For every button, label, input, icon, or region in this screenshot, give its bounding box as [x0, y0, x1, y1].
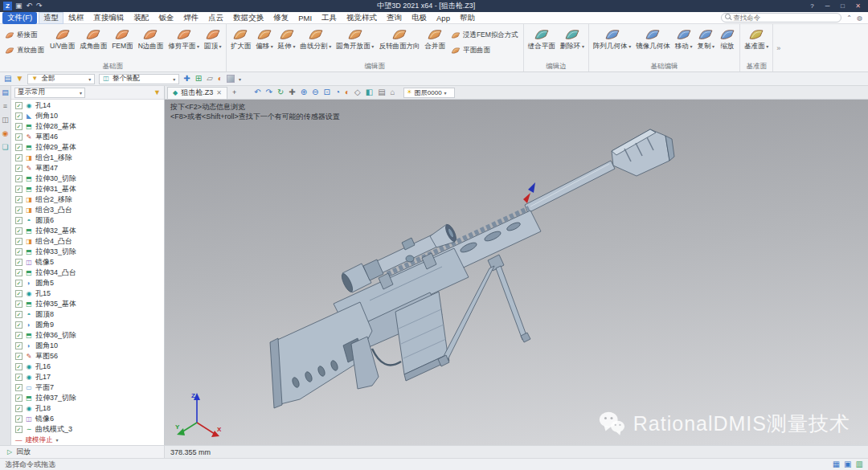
layer-dropdown[interactable]: ☀ 图层0000 ▾: [403, 88, 455, 98]
tree-item[interactable]: ✓⬒拉伸35_基体: [11, 299, 164, 309]
tree-item[interactable]: ✓▭平面7: [11, 382, 164, 393]
background-icon[interactable]: ▤: [378, 88, 385, 96]
color-swatch[interactable]: [227, 75, 235, 83]
status-grid-icon[interactable]: ▦: [833, 460, 840, 468]
feature-checkbox[interactable]: ✓: [15, 196, 23, 203]
ribbon-button[interactable]: 偏移 ▾: [253, 25, 276, 61]
ribbon-button[interactable]: 桥接面: [3, 31, 46, 40]
tree-item[interactable]: ✓◨组合3_凸台: [11, 205, 164, 215]
tree-item[interactable]: ✓◨组合2_移除: [11, 194, 164, 205]
pick-point-icon[interactable]: ✚: [183, 75, 190, 83]
tree-item[interactable]: ✓◗圆角9: [11, 320, 164, 330]
maximize-button[interactable]: □: [836, 2, 850, 10]
ribbon-overflow-icon[interactable]: »: [773, 24, 784, 72]
ribbon-collapse-icon[interactable]: ⌃: [846, 14, 852, 22]
tree-item[interactable]: ✓◫镜像6: [11, 414, 164, 424]
feature-checkbox[interactable]: ✓: [15, 374, 23, 381]
tree-item[interactable]: ✓◓圆顶6: [11, 215, 164, 226]
close-button[interactable]: ✕: [851, 2, 865, 10]
ribbon-button[interactable]: 反转曲面方向: [376, 25, 422, 61]
ribbon-button[interactable]: 延伸 ▾: [276, 25, 298, 61]
tree-item[interactable]: ✓◗圆角10: [11, 341, 164, 351]
regen-icon[interactable]: ↻: [277, 88, 284, 96]
menu-item-5[interactable]: 钣金: [154, 12, 178, 24]
feature-checkbox[interactable]: ✓: [15, 144, 23, 151]
help-button[interactable]: ?: [805, 2, 819, 10]
tree-item[interactable]: ✓⬒拉伸31_基体: [11, 184, 164, 194]
shaded-mode-icon[interactable]: ◐: [345, 88, 350, 96]
shaded-display-icon[interactable]: ◐: [218, 75, 223, 83]
status-doc-icon[interactable]: ▥: [856, 460, 863, 468]
feature-checkbox[interactable]: ✓: [15, 133, 23, 141]
save-icon[interactable]: ▣: [15, 2, 23, 10]
ribbon-button[interactable]: 成角曲面: [77, 25, 109, 61]
feature-checkbox[interactable]: ✓: [15, 123, 23, 130]
ribbon-button[interactable]: FEM面: [109, 25, 135, 61]
ribbon-button[interactable]: 基准面 ▾: [742, 25, 771, 61]
menu-item-4[interactable]: 装配: [129, 12, 154, 24]
tree-item[interactable]: ✓⬒拉伸29_基体: [11, 142, 164, 153]
home-view-icon[interactable]: ⌂: [391, 88, 395, 96]
menu-item-12[interactable]: 视觉样式: [342, 12, 382, 24]
zoom-fit-icon[interactable]: ⊡: [323, 88, 330, 96]
app-logo-icon[interactable]: Z: [3, 2, 12, 10]
menu-item-15[interactable]: App: [432, 13, 455, 23]
tree-item[interactable]: ✓⬒拉伸30_切除: [11, 174, 164, 184]
tree-filter-dropdown[interactable]: 显示常用 ▾: [14, 88, 85, 98]
tree-item-stop[interactable]: —建模停止▾: [11, 435, 164, 445]
ribbon-button[interactable]: U/V曲面: [47, 25, 77, 61]
tree-item[interactable]: ✓◫镜像5: [11, 257, 164, 268]
tree-item[interactable]: ✓◉孔14: [11, 100, 164, 111]
feature-checkbox[interactable]: ✓: [15, 102, 23, 109]
tree-item[interactable]: ✓◉孔16: [11, 362, 164, 372]
tree-item[interactable]: ✓◉孔18: [11, 403, 164, 414]
wireframe-mode-icon[interactable]: ◇: [354, 88, 361, 96]
pick-icon[interactable]: ✚: [289, 88, 295, 96]
ribbon-button[interactable]: 圆顶 ▾: [202, 25, 224, 61]
feature-checkbox[interactable]: ✓: [15, 311, 23, 318]
tree-item[interactable]: ✓✎草图56: [11, 351, 164, 362]
tree-funnel-icon[interactable]: ▼: [154, 88, 161, 96]
feature-checkbox[interactable]: ✓: [15, 426, 23, 433]
tree-item[interactable]: ✓◉孔15: [11, 288, 164, 299]
menu-item-10[interactable]: PMI: [293, 13, 317, 23]
redo-icon[interactable]: ↷: [36, 2, 43, 10]
rifle-pistol-grip[interactable]: [351, 337, 401, 389]
replay-bar[interactable]: ▷ 回放: [0, 446, 165, 458]
visual-tab-icon[interactable]: ◉: [2, 130, 9, 137]
minimize-button[interactable]: ─: [821, 2, 834, 10]
tree-item[interactable]: ✓∼曲线模式_3: [11, 424, 164, 435]
feature-checkbox[interactable]: ✓: [15, 165, 23, 172]
ribbon-button[interactable]: 删除环 ▾: [558, 25, 587, 61]
menu-item-2[interactable]: 线框: [63, 12, 88, 24]
menu-item-9[interactable]: 修复: [268, 12, 293, 24]
grid-snap-icon[interactable]: ⊞: [195, 75, 202, 83]
help-icon[interactable]: ◍: [857, 14, 862, 22]
section-view-icon[interactable]: ◧: [366, 88, 373, 96]
menu-item-8[interactable]: 数据交换: [228, 12, 268, 24]
tree-item[interactable]: ✓✎草图46: [11, 132, 164, 142]
status-monitor-icon[interactable]: ▣: [844, 460, 851, 468]
feature-checkbox[interactable]: ✓: [15, 238, 23, 245]
menu-item-0[interactable]: 文件(F): [2, 12, 37, 24]
document-tab[interactable]: ◆ 狙击枪.Z3 ✕: [167, 87, 227, 99]
feature-checkbox[interactable]: ✓: [15, 227, 23, 235]
menu-item-11[interactable]: 工具: [317, 12, 342, 24]
zoom-in-icon[interactable]: ⊕: [301, 88, 307, 96]
ribbon-button[interactable]: 平面曲面: [449, 46, 520, 55]
manager-tab-icon[interactable]: ▤: [2, 89, 9, 96]
feature-checkbox[interactable]: ✓: [15, 332, 23, 339]
feature-checkbox[interactable]: ✓: [15, 206, 23, 214]
feature-checkbox[interactable]: ✓: [15, 384, 23, 391]
feature-checkbox[interactable]: ✓: [15, 217, 23, 224]
undo-icon[interactable]: ↶: [27, 2, 33, 10]
feature-checkbox[interactable]: ✓: [15, 259, 23, 266]
assembly-tab-icon[interactable]: ◫: [2, 116, 9, 124]
feature-checkbox[interactable]: ✓: [15, 280, 23, 287]
ribbon-button[interactable]: 移动 ▾: [673, 25, 695, 61]
menu-item-16[interactable]: 帮助: [455, 12, 480, 24]
tree-item[interactable]: ✓◣倒角10: [11, 111, 164, 121]
ribbon-button[interactable]: 直纹曲面: [3, 46, 46, 55]
feature-checkbox[interactable]: ✓: [15, 175, 23, 182]
feature-checkbox[interactable]: ✓: [15, 290, 23, 297]
